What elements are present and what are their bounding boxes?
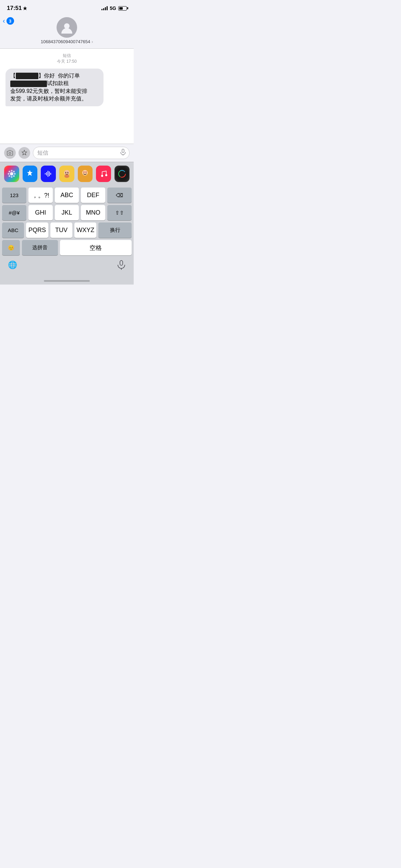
status-icons: 5G [101, 5, 127, 11]
svg-rect-32 [120, 261, 123, 265]
back-button[interactable]: ‹ 3 [3, 17, 14, 25]
svg-point-11 [9, 175, 10, 177]
key-ghi[interactable]: GHI [28, 205, 53, 220]
svg-rect-13 [46, 172, 47, 176]
memoji2-shortcut[interactable] [78, 166, 93, 182]
status-time: 17:51 [7, 5, 27, 12]
keyboard-row-3: ABC PQRS TUV WXYZ 换行 [0, 220, 134, 238]
photos-shortcut[interactable] [4, 166, 19, 182]
photos-icon [7, 169, 16, 179]
keyboard-row-4: 😊 选拼音 空格 [0, 238, 134, 255]
microphone-icon [120, 149, 126, 156]
contact-avatar[interactable] [57, 17, 77, 38]
mic-keyboard-button[interactable] [114, 258, 128, 272]
voice-shortcut[interactable] [41, 166, 56, 182]
key-symbols[interactable]: #@¥ [2, 205, 26, 220]
svg-point-6 [11, 176, 12, 178]
message-bubble: 【 人 人 租 】你好 你的订单 试扣款租 金599.92元失败，暂时未能安排 … [5, 69, 104, 106]
memoji-icon [62, 169, 72, 179]
location-icon [23, 6, 27, 10]
memoji-shortcut[interactable] [59, 166, 74, 182]
bottom-bar: 🌐 [0, 255, 134, 279]
fitness-shortcut[interactable] [114, 166, 130, 182]
microphone-keyboard-icon [118, 260, 125, 270]
key-tuv[interactable]: TUV [50, 222, 72, 238]
key-space[interactable]: 空格 [60, 240, 132, 255]
svg-point-12 [13, 175, 15, 177]
svg-point-7 [8, 173, 9, 175]
svg-point-25 [84, 172, 84, 172]
svg-point-10 [13, 171, 15, 172]
shortcut-bar [0, 162, 134, 185]
camera-button[interactable] [4, 147, 16, 159]
appstore-small-icon [21, 150, 27, 156]
key-123[interactable]: 123 [2, 188, 26, 203]
svg-point-20 [67, 172, 68, 173]
contact-name[interactable]: 10684370609400747654 › [41, 39, 93, 44]
svg-point-1 [9, 152, 11, 154]
key-wxyz[interactable]: WXYZ [74, 222, 96, 238]
svg-rect-15 [49, 171, 50, 176]
redacted-text-2 [10, 81, 47, 87]
key-shift[interactable]: ⇧⇧ [107, 205, 132, 220]
svg-point-5 [11, 170, 12, 172]
date-label: 短信 今天 17:50 [5, 53, 128, 64]
key-punct[interactable]: ，。?! [28, 188, 53, 203]
message-input[interactable]: 短信 [33, 147, 130, 159]
input-placeholder: 短信 [37, 149, 48, 157]
keyboard: 123 ，。?! ABC DEF ⌫ #@¥ GHI JKL MNO ⇧⇧ AB… [0, 185, 134, 279]
music-shortcut[interactable] [96, 166, 111, 182]
voice-icon [44, 169, 53, 179]
svg-point-19 [65, 172, 66, 173]
key-return[interactable]: 换行 [98, 222, 132, 238]
status-bar: 17:51 5G [0, 0, 134, 14]
avatar-person-icon [61, 21, 73, 34]
appstore-icon [25, 169, 35, 179]
fitness-icon [117, 169, 127, 179]
battery-icon [118, 6, 127, 11]
network-type: 5G [110, 5, 116, 11]
input-area: 短信 [0, 144, 134, 162]
back-chevron-icon: ‹ [3, 17, 5, 24]
memoji2-icon [80, 169, 90, 179]
key-jkl[interactable]: JKL [55, 205, 79, 220]
appstore-shortcut[interactable] [23, 166, 38, 182]
keyboard-row-2: #@¥ GHI JKL MNO ⇧⇧ [0, 203, 134, 220]
message-area: 短信 今天 17:50 【 人 人 租 】你好 你的订单 试扣款租 金599.9… [0, 49, 134, 144]
svg-point-27 [101, 175, 103, 177]
key-pqrs[interactable]: PQRS [26, 222, 48, 238]
camera-icon [7, 150, 13, 156]
svg-point-8 [14, 173, 15, 175]
globe-button[interactable]: 🌐 [5, 258, 19, 272]
home-bar [44, 280, 90, 282]
signal-icon [101, 6, 108, 10]
svg-rect-14 [48, 171, 48, 177]
mic-button[interactable] [120, 149, 126, 157]
back-badge: 3 [7, 17, 14, 25]
music-icon [99, 169, 108, 179]
key-mno[interactable]: MNO [81, 205, 105, 220]
app-store-button[interactable] [19, 147, 30, 159]
svg-point-9 [9, 171, 10, 172]
svg-rect-17 [45, 173, 46, 174]
home-indicator [0, 279, 134, 285]
svg-rect-2 [122, 149, 124, 153]
key-emoji[interactable]: 😊 [2, 240, 20, 255]
key-abc-switch[interactable]: ABC [2, 222, 24, 238]
svg-point-0 [64, 23, 70, 29]
redacted-text-1: 人 人 租 [16, 73, 38, 79]
keyboard-row-1: 123 ，。?! ABC DEF ⌫ [0, 185, 134, 203]
svg-point-28 [105, 174, 107, 176]
key-pinyin[interactable]: 选拼音 [22, 240, 58, 255]
contact-chevron-icon: › [92, 39, 93, 44]
svg-point-4 [10, 172, 13, 176]
svg-rect-16 [50, 173, 51, 175]
svg-point-21 [64, 174, 69, 178]
key-def[interactable]: DEF [81, 188, 105, 203]
key-delete[interactable]: ⌫ [107, 188, 132, 203]
nav-header: ‹ 3 10684370609400747654 › [0, 14, 134, 49]
svg-point-26 [86, 172, 86, 172]
key-abc[interactable]: ABC [55, 188, 79, 203]
